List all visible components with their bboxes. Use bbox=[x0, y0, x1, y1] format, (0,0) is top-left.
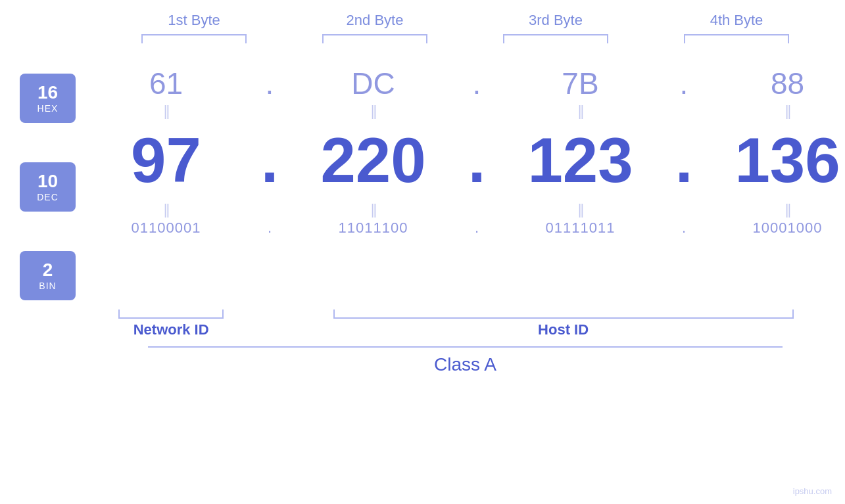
dec-label: DEC bbox=[37, 192, 59, 202]
hex-row: 61 . DC . 7B . 88 bbox=[76, 54, 845, 101]
dec-row: 97 . 220 . 123 . 136 bbox=[76, 121, 845, 200]
bin-b4: 10001000 bbox=[697, 219, 845, 237]
dec-b2: 220 bbox=[283, 129, 464, 192]
byte1-header: 1st Byte bbox=[104, 12, 285, 29]
bottom-brackets bbox=[0, 309, 845, 319]
dec-dot-1: . bbox=[256, 124, 283, 196]
eq1-b2: || bbox=[283, 103, 464, 120]
hex-dot-3: . bbox=[671, 66, 697, 101]
hex-b2: DC bbox=[283, 66, 464, 101]
host-id-label: Host ID bbox=[281, 321, 845, 338]
host-bracket-line bbox=[333, 309, 794, 319]
bin-row: 01100001 . 11011100 . 01111011 . bbox=[76, 219, 845, 243]
bin-b1: 01100001 bbox=[76, 219, 256, 237]
eq2-b2: || bbox=[283, 201, 464, 218]
byte2-header: 2nd Byte bbox=[285, 12, 466, 29]
main-container: 1st Byte 2nd Byte 3rd Byte 4th Byte 16 H… bbox=[0, 0, 845, 504]
bin-badge: 2 BIN bbox=[20, 251, 76, 300]
network-bracket-line bbox=[118, 309, 224, 319]
dec-b3: 123 bbox=[490, 129, 671, 192]
host-bracket-container bbox=[281, 309, 845, 319]
dec-badge: 10 DEC bbox=[20, 162, 76, 212]
bracket-line-4 bbox=[684, 34, 789, 43]
bin-b3: 01111011 bbox=[490, 219, 671, 237]
bin-dot-1: . bbox=[256, 219, 283, 237]
hex-b1: 61 bbox=[76, 66, 256, 101]
dec-dot-2: . bbox=[464, 124, 490, 196]
bin-dot-3: . bbox=[671, 219, 697, 237]
byte-headers: 1st Byte 2nd Byte 3rd Byte 4th Byte bbox=[0, 0, 845, 29]
values-grid: 61 . DC . 7B . 88 bbox=[76, 54, 845, 307]
hex-b3: 7B bbox=[490, 66, 671, 101]
eq2-b3: || bbox=[490, 201, 671, 218]
eq1-b4: || bbox=[697, 103, 845, 120]
byte3-header: 3rd Byte bbox=[466, 12, 646, 29]
hex-dot-2: . bbox=[464, 66, 490, 101]
hex-num: 16 bbox=[37, 83, 58, 103]
byte4-header: 4th Byte bbox=[646, 12, 827, 29]
hex-b4: 88 bbox=[697, 66, 845, 101]
bracket-4 bbox=[646, 34, 827, 47]
eq1-b1: || bbox=[76, 103, 256, 120]
labels-column: 16 HEX 10 DEC 2 BIN bbox=[20, 54, 76, 307]
bracket-line-2 bbox=[322, 34, 427, 43]
top-brackets bbox=[0, 34, 845, 47]
eq2-b4: || bbox=[697, 201, 845, 218]
eq2-b1: || bbox=[76, 201, 256, 218]
class-line bbox=[148, 346, 783, 348]
equals-row-2: || || || || bbox=[76, 200, 845, 219]
dec-b1: 97 bbox=[76, 129, 256, 192]
dec-dot-3: . bbox=[671, 124, 697, 196]
hex-dot-1: . bbox=[256, 66, 283, 101]
bin-dot-2: . bbox=[464, 219, 490, 237]
main-values: 16 HEX 10 DEC 2 BIN 61 . bbox=[0, 54, 845, 307]
bin-num: 2 bbox=[43, 260, 53, 281]
watermark: ipshu.com bbox=[793, 486, 832, 496]
class-label: Class A bbox=[85, 354, 845, 375]
bin-b2: 11011100 bbox=[283, 219, 464, 237]
dec-num: 10 bbox=[37, 172, 58, 192]
hex-badge: 16 HEX bbox=[20, 74, 76, 123]
bracket-2 bbox=[285, 34, 466, 47]
dec-b4: 136 bbox=[697, 129, 845, 192]
network-id-label: Network ID bbox=[85, 321, 256, 338]
bottom-labels: Network ID Host ID bbox=[0, 321, 845, 338]
bracket-line-3 bbox=[503, 34, 608, 43]
bracket-1 bbox=[104, 34, 285, 47]
bracket-3 bbox=[466, 34, 646, 47]
hex-label: HEX bbox=[37, 103, 59, 114]
bottom-label-spacer bbox=[256, 321, 281, 338]
class-section: Class A bbox=[0, 346, 845, 375]
bin-label: BIN bbox=[39, 281, 56, 291]
network-bracket-container bbox=[85, 309, 256, 319]
eq1-b3: || bbox=[490, 103, 671, 120]
bottom-spacer1 bbox=[256, 309, 281, 319]
equals-row-1: || || || || bbox=[76, 101, 845, 121]
bracket-line-1 bbox=[141, 34, 247, 43]
class-line-container bbox=[128, 346, 802, 348]
